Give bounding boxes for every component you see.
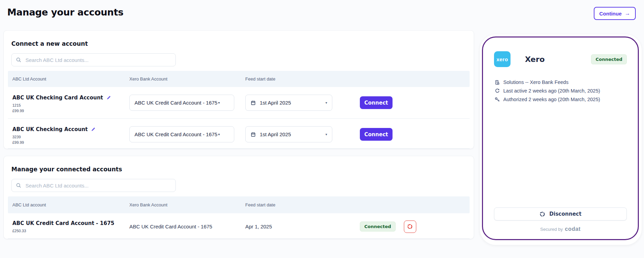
main-content: Connect a new account ABC Ltd Account Xe…: [0, 30, 644, 245]
search-icon: [16, 183, 21, 188]
feed-start-date-value: 1st April 2025: [260, 100, 291, 106]
topbar: Manage your accounts Continue →: [0, 0, 644, 30]
detail-row: Solutions -- Xero Bank Feeds: [495, 79, 627, 85]
table-row: ABC UK Checking Card Account 1215 £99.99…: [8, 87, 470, 119]
detail-row: Authorized 2 weeks ago (20th March, 2025…: [495, 97, 627, 102]
xero-connection-panel: xero Xero Connected Solutions -- Xero Ba…: [482, 36, 639, 240]
connect-search-input[interactable]: [11, 53, 176, 66]
column-header: Feed start date: [245, 202, 360, 207]
page-title: Manage your accounts: [7, 7, 124, 18]
refresh-icon: [495, 88, 500, 94]
chevron-down-icon: ▾: [218, 101, 220, 105]
continue-label: Continue: [599, 11, 622, 17]
account-name: ABC UK Checking Card Account: [12, 95, 103, 101]
connected-accounts-card: Manage your connected accounts ABC Ltd a…: [3, 156, 474, 239]
account-number: 1215: [12, 103, 129, 107]
panel-header: xero Xero Connected: [494, 51, 627, 67]
xero-account-select[interactable]: ABC UK Credit Card Account - 1675 ▾: [129, 95, 234, 111]
secured-by-text: Secured by: [540, 227, 563, 232]
building-icon: [495, 80, 500, 85]
detail-text: Authorized 2 weeks ago (20th March, 2025…: [503, 97, 600, 102]
feed-start-date-cell: Apr 1, 2025: [245, 224, 360, 229]
account-cell: ABC UK Checking Card Account 1215 £99.99: [8, 95, 129, 113]
continue-button[interactable]: Continue →: [594, 7, 636, 20]
feed-start-date-value: 1st April 2025: [260, 131, 291, 137]
manage-table-header: ABC Ltd account Xero Bank Account Feed s…: [8, 196, 470, 213]
chevron-down-icon: ▾: [325, 101, 327, 105]
connection-details: Solutions -- Xero Bank Feeds Last active…: [495, 79, 627, 102]
codat-logo: codat: [565, 226, 581, 232]
column-header: Xero Bank Account: [129, 76, 245, 82]
manage-search-input[interactable]: [11, 179, 176, 192]
status-cell: Connected: [360, 221, 470, 233]
account-balance: £99.99: [12, 109, 129, 113]
xero-panel-wrap: xero Xero Connected Solutions -- Xero Ba…: [480, 34, 642, 245]
feed-start-date-picker[interactable]: 1st April 2025 ▾: [245, 95, 332, 111]
disconnect-label: Disconnect: [549, 211, 581, 217]
status-badge: Connected: [360, 222, 396, 232]
manage-search-box: [11, 179, 176, 192]
broken-link-icon: [539, 211, 545, 217]
xero-logo: xero: [494, 51, 511, 67]
connection-status-badge: Connected: [591, 54, 627, 64]
connect-new-account-card: Connect a new account ABC Ltd Account Xe…: [3, 30, 474, 149]
account-balance: £250.33: [12, 229, 129, 233]
xero-account-select[interactable]: ABC UK Credit Card Account - 1675 ▾: [129, 126, 234, 142]
xero-account-cell: ABC UK Credit Card Account - 1675: [129, 224, 245, 229]
detail-row: Last active 2 weeks ago (20th March, 202…: [495, 88, 627, 94]
broken-link-icon: [407, 224, 413, 229]
selected-xero-account: ABC UK Credit Card Account - 1675: [135, 131, 217, 137]
calendar-icon: [250, 132, 256, 137]
account-name: ABC UK Checking Account: [12, 126, 88, 132]
search-icon: [16, 57, 21, 63]
arrow-right-icon: →: [625, 10, 630, 17]
accounts-column: Connect a new account ABC Ltd Account Xe…: [3, 30, 474, 239]
pencil-icon: [91, 127, 96, 132]
connect-button[interactable]: Connect: [360, 96, 393, 109]
disconnect-button[interactable]: Disconnect: [494, 207, 627, 221]
calendar-icon: [250, 100, 256, 106]
column-header: ABC Ltd Account: [8, 76, 129, 82]
key-icon: [495, 97, 500, 102]
chevron-down-icon: ▾: [218, 132, 220, 136]
account-name: ABC UK Credit Card Account - 1675: [12, 220, 114, 226]
column-header: Xero Bank Account: [129, 202, 245, 207]
connect-section-title: Connect a new account: [11, 40, 474, 47]
manage-section-title: Manage your connected accounts: [11, 166, 474, 173]
account-balance: £99.99: [12, 140, 129, 144]
feed-start-date-picker[interactable]: 1st April 2025 ▾: [245, 126, 332, 142]
disconnect-account-button[interactable]: [404, 221, 416, 233]
secured-by: Secured bycodat: [494, 226, 627, 232]
edit-account-button[interactable]: [106, 95, 111, 100]
table-row: ABC UK Checking Account 3239 £99.99 ABC …: [8, 119, 470, 149]
pencil-icon: [106, 95, 111, 100]
account-number: 3239: [12, 135, 129, 139]
detail-text: Last active 2 weeks ago (20th March, 202…: [503, 88, 600, 94]
table-row: ABC UK Credit Card Account - 1675 £250.3…: [8, 213, 470, 239]
detail-text: Solutions -- Xero Bank Feeds: [503, 79, 568, 85]
connect-search-box: [11, 53, 176, 66]
connect-table-header: ABC Ltd Account Xero Bank Account Feed s…: [8, 71, 470, 87]
selected-xero-account: ABC UK Credit Card Account - 1675: [135, 100, 217, 106]
integration-title: Xero: [525, 55, 545, 64]
account-cell: ABC UK Credit Card Account - 1675 £250.3…: [8, 220, 129, 233]
edit-account-button[interactable]: [91, 127, 96, 132]
column-header: ABC Ltd account: [8, 202, 129, 207]
column-header: Feed start date: [245, 76, 360, 82]
connect-button[interactable]: Connect: [360, 128, 393, 141]
account-cell: ABC UK Checking Account 3239 £99.99: [8, 126, 129, 144]
chevron-down-icon: ▾: [325, 132, 327, 136]
